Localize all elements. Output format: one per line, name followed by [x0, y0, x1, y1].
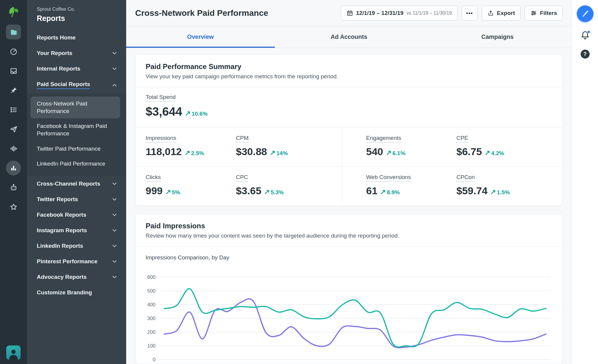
- sidebar-item-facebook-reports[interactable]: Facebook Reports: [27, 207, 126, 223]
- metric-label[interactable]: CPCon: [456, 174, 475, 182]
- metric-value: 118,012: [146, 146, 182, 157]
- metric-label[interactable]: CPC: [236, 174, 248, 182]
- total-spend-delta: ↗10.6%: [185, 109, 208, 117]
- chevron-down-icon: [111, 212, 118, 218]
- listening-bars-icon: [10, 145, 18, 153]
- filters-button[interactable]: Filters: [525, 6, 563, 21]
- subnav-item-label: LinkedIn Paid Performance: [37, 160, 105, 167]
- user-avatar[interactable]: [6, 345, 21, 360]
- rail-tasks-icon[interactable]: [6, 102, 21, 117]
- page-header: Cross-Network Paid Performance 12/1/19 –…: [126, 0, 572, 26]
- sidebar-item-advocacy-reports[interactable]: Advocacy Reports: [27, 269, 126, 285]
- rail-folder-reports-icon[interactable]: [6, 25, 21, 39]
- subnav-item-twitter-paid-performance[interactable]: Twitter Paid Performance: [30, 142, 120, 156]
- metric-label[interactable]: Engagements: [366, 135, 401, 143]
- metric-delta: ↗6.1%: [386, 149, 405, 157]
- folder-icon: [10, 28, 18, 36]
- metric-label[interactable]: Impressions: [146, 135, 176, 143]
- more-options-button[interactable]: •••: [462, 6, 478, 21]
- svg-text:500: 500: [147, 288, 155, 294]
- sprout-logo-icon[interactable]: [7, 5, 20, 19]
- sidebar-item-instagram-reports[interactable]: Instagram Reports: [27, 223, 126, 238]
- metric-delta: ↗14%: [270, 149, 288, 157]
- subnav-item-facebook-instagram-paid-performance[interactable]: Facebook & Instagram Paid Performance: [30, 119, 120, 141]
- rail-bot-icon[interactable]: [6, 180, 21, 195]
- total-spend-value: $3,644: [146, 105, 182, 118]
- summary-card-title: Paid Performance Summary: [146, 62, 552, 71]
- subnav-item-cross-network-paid-performance[interactable]: Cross-Network Paid Performance: [30, 97, 120, 118]
- subnav-item-linkedin-paid-performance[interactable]: LinkedIn Paid Performance: [30, 157, 120, 171]
- chevron-up-icon: [111, 82, 118, 88]
- impressions-line-chart: 0100200300400500600123456789101112131415…: [146, 263, 552, 364]
- subnav-item-label: Twitter Paid Performance: [37, 146, 100, 152]
- sidebar-item-label: Facebook Reports: [37, 212, 86, 218]
- metric-cpcon: CPCon $59.74↗1.5%: [456, 174, 547, 197]
- rail-favorites-icon[interactable]: [6, 199, 21, 214]
- chevron-down-icon: [111, 274, 118, 280]
- sidebar-header: Sprout Coffee Co. Reports: [27, 0, 126, 30]
- sidebar-item-label: Instagram Reports: [37, 227, 87, 234]
- sidebar-item-linkedin-reports[interactable]: LinkedIn Reports: [27, 238, 126, 254]
- sidebar-item-internal-reports[interactable]: Internal Reports: [27, 61, 126, 77]
- pin-icon: [10, 86, 18, 94]
- metric-delta: ↗5%: [165, 188, 180, 196]
- app-window: Sprout Coffee Co. Reports Reports Home Y…: [0, 0, 598, 364]
- sidebar-item-reports-home[interactable]: Reports Home: [27, 30, 126, 45]
- filters-icon: [530, 10, 537, 16]
- impressions-card-subtitle: Review how many times your content was s…: [146, 233, 552, 239]
- sidebar-item-pinterest-performance[interactable]: Pinterest Performance: [27, 254, 126, 269]
- metric-delta: ↗1.5%: [490, 188, 510, 196]
- date-range-button[interactable]: 12/1/19 – 12/31/19 vs 11/1/19 – 11/30/19: [341, 6, 457, 21]
- tab-overview[interactable]: Overview: [126, 26, 275, 48]
- chevron-down-icon: [111, 227, 118, 234]
- chevron-down-icon: [111, 65, 118, 72]
- rail-pinned-icon[interactable]: [6, 83, 21, 98]
- paid-impressions-card: Paid Impressions Review how many times y…: [135, 214, 563, 364]
- sidebar-item-paid-social-reports[interactable]: Paid Social Reports: [27, 77, 126, 94]
- metric-label[interactable]: Clicks: [146, 174, 161, 182]
- trend-up-icon: ↗: [386, 149, 391, 157]
- metrics-row-2: Clicks 999↗5% CPC $3.65↗5.3% Web Convers…: [135, 167, 562, 206]
- tab-campaigns[interactable]: Campaigns: [423, 26, 572, 48]
- chevron-down-icon: [111, 196, 118, 203]
- paid-performance-summary-card: Paid Performance Summary View your key p…: [135, 54, 563, 206]
- metric-label[interactable]: Web Conversions: [366, 174, 411, 182]
- metric-value: 999: [146, 185, 163, 197]
- tab-ad-accounts[interactable]: Ad Accounts: [275, 26, 423, 48]
- sidebar-item-your-reports[interactable]: Your Reports: [27, 45, 126, 61]
- rail-reports-icon[interactable]: [6, 160, 21, 175]
- summary-card-header: Paid Performance Summary View your key p…: [135, 55, 562, 87]
- svg-text:600: 600: [147, 274, 155, 280]
- svg-text:300: 300: [147, 316, 155, 321]
- page-title: Cross-Network Paid Performance: [135, 8, 268, 18]
- metric-cpc: CPC $3.65↗5.3%: [236, 174, 326, 197]
- sidebar-item-label: Your Reports: [37, 50, 72, 56]
- impressions-card-title: Paid Impressions: [146, 222, 552, 230]
- sidebar-item-cross-channel-reports[interactable]: Cross-Channel Reports: [27, 176, 126, 192]
- rail-publishing-icon[interactable]: [6, 122, 21, 137]
- export-icon: [487, 10, 494, 16]
- metric-label[interactable]: CPE: [456, 135, 468, 143]
- rail-dashboard-icon[interactable]: [6, 44, 21, 59]
- metric-label-total-spend[interactable]: Total Spend: [146, 94, 176, 102]
- rail-listening-icon[interactable]: [6, 141, 21, 156]
- export-button[interactable]: Export: [482, 6, 521, 21]
- sidebar-item-twitter-reports[interactable]: Twitter Reports: [27, 192, 126, 207]
- help-button[interactable]: ?: [581, 50, 590, 59]
- delta-value: 2.5%: [191, 150, 204, 157]
- metrics-row-2-left: Clicks 999↗5% CPC $3.65↗5.3%: [135, 167, 342, 206]
- utility-rail: ?: [572, 0, 598, 364]
- rail-inbox-icon[interactable]: [6, 63, 21, 78]
- sidebar-title: Reports: [37, 14, 116, 23]
- metric-delta: ↗2.5%: [184, 149, 204, 157]
- metrics-row-1-right: Engagements 540↗6.1% CPE $6.75↗4.2%: [342, 128, 563, 166]
- delta-value: 5.3%: [271, 189, 283, 196]
- notifications-button[interactable]: [580, 30, 590, 41]
- trend-up-icon: ↗: [184, 149, 190, 157]
- svg-text:400: 400: [147, 302, 155, 308]
- sidebar-item-customize-branding[interactable]: Customize Branding: [27, 285, 126, 300]
- chevron-down-icon: [111, 258, 118, 265]
- metric-label[interactable]: CPM: [236, 135, 248, 143]
- compose-button[interactable]: [577, 5, 594, 22]
- metric-delta: ↗8.9%: [380, 188, 400, 196]
